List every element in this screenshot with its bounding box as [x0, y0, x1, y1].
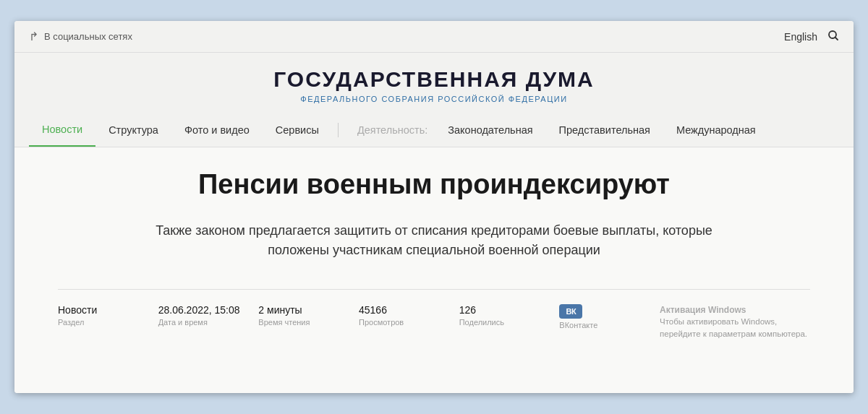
top-bar: ↱ В социальных сетях English	[14, 21, 854, 53]
nav-item-international[interactable]: Международная	[663, 114, 769, 146]
article-title: Пенсии военным проиндексируют	[58, 169, 810, 201]
share-icon[interactable]: ↱	[29, 30, 38, 43]
vk-icon[interactable]: ВК	[559, 304, 582, 319]
meta-vk: ВК ВКонтакте	[559, 304, 660, 329]
meta-datetime-label: Дата и время	[158, 318, 259, 327]
language-switcher[interactable]: English	[784, 31, 817, 43]
meta-section-value: Новости	[58, 304, 158, 316]
meta-shares: 126 Поделились	[459, 304, 560, 327]
meta-datetime: 28.06.2022, 15:08 Дата и время	[158, 304, 259, 327]
nav-item-photo-video[interactable]: Фото и видео	[171, 114, 263, 146]
top-bar-right: English	[784, 30, 839, 44]
windows-activation-notice: Активация Windows Чтобы активировать Win…	[660, 304, 810, 340]
meta-datetime-value: 28.06.2022, 15:08	[158, 304, 259, 316]
main-navigation: Новости Структура Фото и видео Сервисы Д…	[14, 113, 854, 147]
svg-line-1	[835, 37, 838, 40]
article-subtitle: Также законом предлагается защитить от с…	[137, 221, 731, 260]
top-bar-left: ↱ В социальных сетях	[29, 30, 132, 43]
content-area: Пенсии военным проиндексируют Также зако…	[14, 147, 854, 393]
meta-views-label: Просмотров	[359, 318, 459, 327]
meta-reading-time: 2 минуты Время чтения	[258, 304, 359, 327]
meta-reading-time-label: Время чтения	[258, 318, 359, 327]
nav-activity-label: Деятельность:	[344, 114, 435, 146]
meta-bar: Новости Раздел 28.06.2022, 15:08 Дата и …	[58, 289, 810, 340]
nav-item-structure[interactable]: Структура	[95, 114, 171, 146]
nav-item-legislative[interactable]: Законодательная	[435, 114, 545, 146]
browser-frame: ↱ В социальных сетях English ГОСУДАРСТВЕ…	[14, 21, 854, 393]
search-button[interactable]	[827, 30, 839, 44]
meta-views: 45166 Просмотров	[359, 304, 459, 327]
meta-section: Новости Раздел	[58, 304, 158, 327]
windows-activation-title: Активация Windows	[660, 304, 810, 316]
nav-divider	[338, 123, 339, 137]
meta-views-value: 45166	[359, 304, 459, 316]
site-header: ГОСУДАРСТВЕННАЯ ДУМА ФЕДЕРАЛЬНОГО СОБРАН…	[14, 53, 854, 113]
nav-item-services[interactable]: Сервисы	[263, 114, 332, 146]
meta-vk-label: ВКонтакте	[559, 321, 660, 329]
site-title: ГОСУДАРСТВЕННАЯ ДУМА	[29, 67, 839, 92]
meta-shares-value: 126	[459, 304, 560, 316]
site-subtitle: ФЕДЕРАЛЬНОГО СОБРАНИЯ РОССИЙСКОЙ ФЕДЕРАЦ…	[29, 95, 839, 103]
windows-activation-text: Чтобы активировать Windows, перейдите к …	[660, 316, 810, 339]
meta-section-label: Раздел	[58, 318, 158, 327]
nav-list: Новости Структура Фото и видео Сервисы Д…	[29, 113, 839, 147]
nav-item-representative[interactable]: Представительная	[546, 114, 663, 146]
nav-item-news[interactable]: Новости	[29, 113, 95, 147]
meta-reading-time-value: 2 минуты	[258, 304, 359, 316]
meta-shares-label: Поделились	[459, 318, 560, 327]
social-networks-link[interactable]: В социальных сетях	[44, 31, 132, 42]
